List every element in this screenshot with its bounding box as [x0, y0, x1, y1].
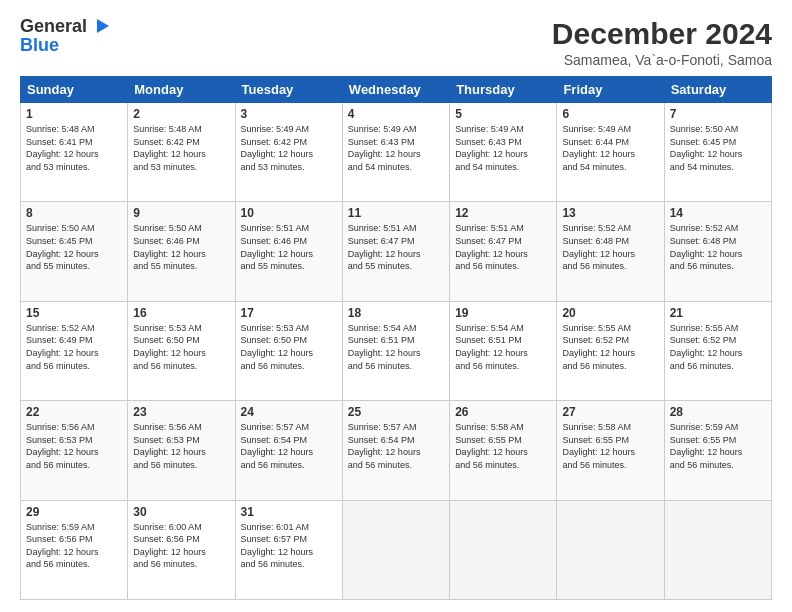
day-7: 7 Sunrise: 5:50 AMSunset: 6:45 PMDayligh…: [664, 103, 771, 202]
day-25: 25 Sunrise: 5:57 AMSunset: 6:54 PMDaylig…: [342, 401, 449, 500]
day-15: 15 Sunrise: 5:52 AMSunset: 6:49 PMDaylig…: [21, 301, 128, 400]
day-2: 2 Sunrise: 5:48 AMSunset: 6:42 PMDayligh…: [128, 103, 235, 202]
day-11: 11 Sunrise: 5:51 AMSunset: 6:47 PMDaylig…: [342, 202, 449, 301]
day-29: 29 Sunrise: 5:59 AMSunset: 6:56 PMDaylig…: [21, 500, 128, 599]
day-8: 8 Sunrise: 5:50 AMSunset: 6:45 PMDayligh…: [21, 202, 128, 301]
svg-marker-0: [97, 19, 109, 33]
calendar-table: Sunday Monday Tuesday Wednesday Thursday…: [20, 76, 772, 600]
day-10: 10 Sunrise: 5:51 AMSunset: 6:46 PMDaylig…: [235, 202, 342, 301]
header-sunday: Sunday: [21, 77, 128, 103]
week-5: 29 Sunrise: 5:59 AMSunset: 6:56 PMDaylig…: [21, 500, 772, 599]
logo-line1: General: [20, 16, 111, 37]
week-2: 8 Sunrise: 5:50 AMSunset: 6:45 PMDayligh…: [21, 202, 772, 301]
day-17: 17 Sunrise: 5:53 AMSunset: 6:50 PMDaylig…: [235, 301, 342, 400]
day-empty-2: [450, 500, 557, 599]
header-friday: Friday: [557, 77, 664, 103]
week-1: 1 Sunrise: 5:48 AMSunset: 6:41 PMDayligh…: [21, 103, 772, 202]
header-wednesday: Wednesday: [342, 77, 449, 103]
header-thursday: Thursday: [450, 77, 557, 103]
day-19: 19 Sunrise: 5:54 AMSunset: 6:51 PMDaylig…: [450, 301, 557, 400]
page: General Blue December 2024 Samamea, Va`a…: [0, 0, 792, 612]
day-16: 16 Sunrise: 5:53 AMSunset: 6:50 PMDaylig…: [128, 301, 235, 400]
title-area: December 2024 Samamea, Va`a-o-Fonoti, Sa…: [552, 16, 772, 68]
day-5: 5 Sunrise: 5:49 AMSunset: 6:43 PMDayligh…: [450, 103, 557, 202]
day-21: 21 Sunrise: 5:55 AMSunset: 6:52 PMDaylig…: [664, 301, 771, 400]
day-3: 3 Sunrise: 5:49 AMSunset: 6:42 PMDayligh…: [235, 103, 342, 202]
header: General Blue December 2024 Samamea, Va`a…: [20, 16, 772, 68]
main-title: December 2024: [552, 16, 772, 52]
day-empty-3: [557, 500, 664, 599]
day-26: 26 Sunrise: 5:58 AMSunset: 6:55 PMDaylig…: [450, 401, 557, 500]
header-monday: Monday: [128, 77, 235, 103]
day-14: 14 Sunrise: 5:52 AMSunset: 6:48 PMDaylig…: [664, 202, 771, 301]
day-1: 1 Sunrise: 5:48 AMSunset: 6:41 PMDayligh…: [21, 103, 128, 202]
day-23: 23 Sunrise: 5:56 AMSunset: 6:53 PMDaylig…: [128, 401, 235, 500]
day-13: 13 Sunrise: 5:52 AMSunset: 6:48 PMDaylig…: [557, 202, 664, 301]
day-28: 28 Sunrise: 5:59 AMSunset: 6:55 PMDaylig…: [664, 401, 771, 500]
logo-general: General: [20, 16, 87, 37]
day-9: 9 Sunrise: 5:50 AMSunset: 6:46 PMDayligh…: [128, 202, 235, 301]
day-30: 30 Sunrise: 6:00 AMSunset: 6:56 PMDaylig…: [128, 500, 235, 599]
logo: General Blue: [20, 16, 111, 56]
weekday-header-row: Sunday Monday Tuesday Wednesday Thursday…: [21, 77, 772, 103]
header-saturday: Saturday: [664, 77, 771, 103]
day-12: 12 Sunrise: 5:51 AMSunset: 6:47 PMDaylig…: [450, 202, 557, 301]
day-empty-1: [342, 500, 449, 599]
day-22: 22 Sunrise: 5:56 AMSunset: 6:53 PMDaylig…: [21, 401, 128, 500]
week-3: 15 Sunrise: 5:52 AMSunset: 6:49 PMDaylig…: [21, 301, 772, 400]
logo-blue: Blue: [20, 35, 59, 56]
day-24: 24 Sunrise: 5:57 AMSunset: 6:54 PMDaylig…: [235, 401, 342, 500]
week-4: 22 Sunrise: 5:56 AMSunset: 6:53 PMDaylig…: [21, 401, 772, 500]
day-18: 18 Sunrise: 5:54 AMSunset: 6:51 PMDaylig…: [342, 301, 449, 400]
logo-icon: [89, 15, 111, 37]
header-tuesday: Tuesday: [235, 77, 342, 103]
subtitle: Samamea, Va`a-o-Fonoti, Samoa: [552, 52, 772, 68]
day-empty-4: [664, 500, 771, 599]
day-20: 20 Sunrise: 5:55 AMSunset: 6:52 PMDaylig…: [557, 301, 664, 400]
day-6: 6 Sunrise: 5:49 AMSunset: 6:44 PMDayligh…: [557, 103, 664, 202]
day-4: 4 Sunrise: 5:49 AMSunset: 6:43 PMDayligh…: [342, 103, 449, 202]
day-31: 31 Sunrise: 6:01 AMSunset: 6:57 PMDaylig…: [235, 500, 342, 599]
day-27: 27 Sunrise: 5:58 AMSunset: 6:55 PMDaylig…: [557, 401, 664, 500]
